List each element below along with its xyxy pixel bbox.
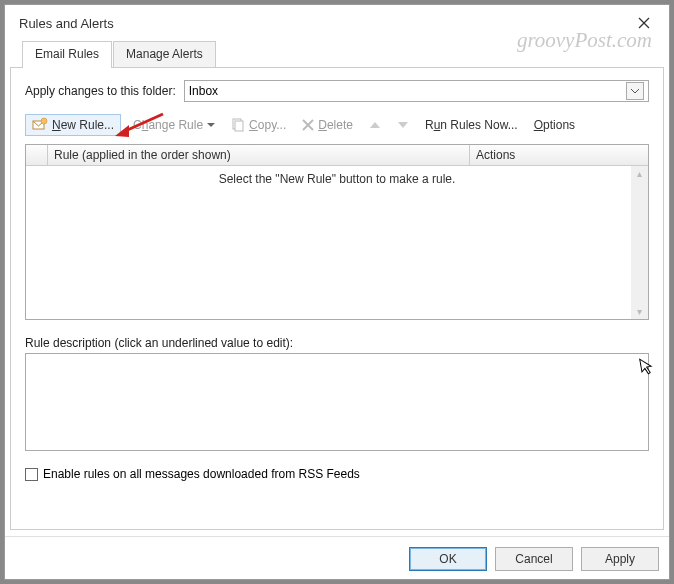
- copy-button[interactable]: Copy...: [227, 116, 290, 134]
- svg-point-3: [41, 118, 47, 124]
- folder-dropdown-button[interactable]: [626, 82, 644, 100]
- change-rule-button[interactable]: Change Rule: [129, 116, 219, 134]
- new-rule-icon: [32, 117, 48, 133]
- delete-icon: [302, 119, 314, 131]
- apply-folder-row: Apply changes to this folder: Inbox: [25, 80, 649, 102]
- rules-list: Rule (applied in the order shown) Action…: [25, 144, 649, 320]
- close-icon: [638, 17, 650, 29]
- scroll-up-icon: ▴: [637, 168, 642, 179]
- apply-folder-label: Apply changes to this folder:: [25, 84, 176, 98]
- cancel-button[interactable]: Cancel: [495, 547, 573, 571]
- rule-description-box: [25, 353, 649, 451]
- rss-checkbox-row: Enable rules on all messages downloaded …: [25, 467, 649, 481]
- rules-list-body: Select the "New Rule" button to make a r…: [26, 166, 648, 319]
- column-rule[interactable]: Rule (applied in the order shown): [48, 145, 470, 165]
- scroll-down-icon: ▾: [637, 306, 642, 317]
- tab-strip: Email Rules Manage Alerts: [10, 41, 664, 68]
- window-title: Rules and Alerts: [19, 16, 629, 31]
- copy-icon: [231, 118, 245, 132]
- options-button[interactable]: Options: [530, 116, 579, 134]
- arrow-up-icon: [370, 121, 380, 129]
- tab-content-email-rules: Apply changes to this folder: Inbox New …: [10, 68, 664, 530]
- rule-description-label: Rule description (click an underlined va…: [25, 336, 649, 350]
- move-up-button[interactable]: [367, 117, 383, 133]
- tab-manage-alerts[interactable]: Manage Alerts: [113, 41, 216, 67]
- column-actions[interactable]: Actions: [470, 145, 648, 165]
- tab-email-rules[interactable]: Email Rules: [22, 41, 112, 68]
- chevron-down-icon: [631, 89, 639, 94]
- rules-list-header: Rule (applied in the order shown) Action…: [26, 145, 648, 166]
- scrollbar[interactable]: ▴ ▾: [631, 166, 648, 319]
- apply-button[interactable]: Apply: [581, 547, 659, 571]
- rss-checkbox-label: Enable rules on all messages downloaded …: [43, 467, 360, 481]
- title-bar: Rules and Alerts: [5, 5, 669, 41]
- rss-checkbox[interactable]: [25, 468, 38, 481]
- new-rule-button[interactable]: New Rule...: [25, 114, 121, 136]
- svg-rect-5: [235, 121, 243, 131]
- move-down-button[interactable]: [395, 117, 411, 133]
- folder-select-value: Inbox: [189, 84, 622, 98]
- arrow-down-icon: [398, 121, 408, 129]
- folder-select[interactable]: Inbox: [184, 80, 649, 102]
- ok-button[interactable]: OK: [409, 547, 487, 571]
- dialog-button-row: OK Cancel Apply: [5, 536, 669, 579]
- rules-and-alerts-dialog: Rules and Alerts Email Rules Manage Aler…: [4, 4, 670, 580]
- run-rules-now-button[interactable]: Run Rules Now...: [421, 116, 522, 134]
- close-button[interactable]: [629, 11, 659, 35]
- column-checkbox[interactable]: [26, 145, 48, 165]
- rules-list-empty-message: Select the "New Rule" button to make a r…: [26, 166, 648, 186]
- delete-button[interactable]: Delete: [298, 116, 357, 134]
- toolbar: New Rule... Change Rule Copy... Delete: [25, 112, 649, 138]
